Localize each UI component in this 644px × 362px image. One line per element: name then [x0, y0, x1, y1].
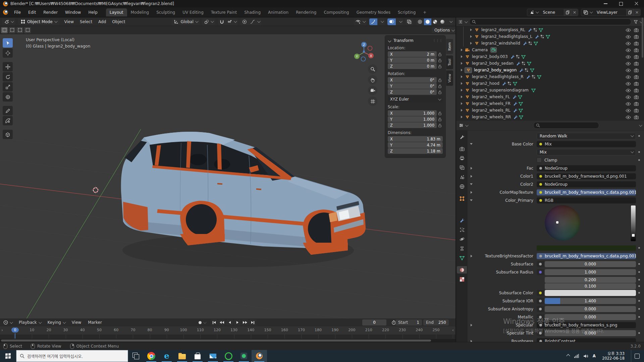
- render-visibility-icon[interactable]: [634, 81, 639, 86]
- outliner-row[interactable]: legran2_wheels_FR: [456, 100, 644, 107]
- eye-icon[interactable]: [626, 81, 631, 86]
- frame-tick-label[interactable]: 130: [229, 328, 239, 332]
- timeline-scrollbar[interactable]: [0, 339, 455, 342]
- menu-item[interactable]: Edit: [24, 9, 40, 16]
- play-button[interactable]: [234, 319, 241, 325]
- animate-dot[interactable]: [638, 316, 640, 318]
- animate-dot[interactable]: [638, 279, 640, 281]
- properties-tab-scene[interactable]: [457, 173, 467, 181]
- node-link-field[interactable]: Bright/Contrast: [537, 338, 636, 342]
- location-x-field[interactable]: X2 m: [388, 51, 437, 57]
- mode-dropdown[interactable]: Object Mode: [18, 18, 59, 25]
- auto-keying-toggle[interactable]: [199, 321, 206, 324]
- render-visibility-icon[interactable]: [634, 115, 639, 119]
- dimensions-y-field[interactable]: Y4.74 m: [388, 142, 443, 148]
- frame-tick-label[interactable]: 190: [330, 328, 340, 332]
- eye-icon[interactable]: [626, 95, 631, 99]
- eye-icon[interactable]: [626, 54, 631, 59]
- tray-expand-icon[interactable]: [566, 354, 570, 358]
- play-reverse-button[interactable]: [226, 319, 233, 325]
- properties-options-icon[interactable]: [639, 123, 642, 127]
- properties-tab-world[interactable]: [457, 183, 467, 190]
- disclosure-arrow-icon[interactable]: [461, 96, 463, 98]
- color-wheel[interactable]: [545, 205, 580, 241]
- show-overlays-toggle[interactable]: [387, 18, 396, 25]
- unlink-scene-button[interactable]: ×: [571, 9, 578, 16]
- workspace-tab[interactable]: Layout: [106, 8, 127, 16]
- properties-search-input[interactable]: [533, 122, 599, 129]
- scale-y-field[interactable]: Y1.000: [388, 116, 437, 122]
- eye-icon[interactable]: [626, 68, 631, 72]
- outliner-row[interactable]: legran2_wheels_FL: [456, 94, 644, 100]
- clamp-checkbox[interactable]: [537, 158, 542, 163]
- outliner-row[interactable]: legran2_hood: [456, 80, 644, 87]
- disclosure-arrow-icon[interactable]: [461, 109, 463, 112]
- eye-icon[interactable]: [626, 48, 631, 52]
- minimize-button[interactable]: [598, 0, 613, 7]
- value-slider-field[interactable]: 0.100: [545, 283, 636, 289]
- prev-keyframe-button[interactable]: [218, 319, 225, 325]
- tool-move[interactable]: [3, 62, 13, 71]
- node-link-field[interactable]: bruckell_m_body_frameworks_c.data.png.00…: [537, 189, 636, 195]
- disclosure-arrow-icon[interactable]: [461, 89, 463, 92]
- timeline-ruler[interactable]: 0102030405060708090100110120130140150160…: [0, 326, 455, 335]
- properties-tab-particles[interactable]: [457, 226, 467, 233]
- animate-dot[interactable]: [638, 271, 640, 273]
- animate-dot[interactable]: [638, 263, 640, 265]
- menu-item[interactable]: Window: [61, 9, 85, 16]
- frame-start-field[interactable]: Start1: [395, 319, 422, 325]
- render-visibility-icon[interactable]: [634, 27, 639, 32]
- perspective-toggle-button[interactable]: [368, 97, 377, 106]
- properties-editor-button[interactable]: [459, 123, 468, 128]
- animate-dot[interactable]: [638, 247, 640, 249]
- shading-wireframe-button[interactable]: [416, 18, 424, 25]
- frame-tick-label[interactable]: 230: [397, 328, 408, 332]
- dropdown-field[interactable]: Random Walk: [537, 133, 636, 139]
- location-y-field[interactable]: Y0 m: [388, 57, 437, 63]
- rotation-z-field[interactable]: Z0°: [388, 89, 437, 95]
- close-button[interactable]: [629, 0, 644, 7]
- properties-tab-tool[interactable]: [457, 133, 467, 141]
- eye-icon[interactable]: [626, 27, 631, 32]
- select-mode-subtract[interactable]: [16, 27, 23, 33]
- camera-view-button[interactable]: [368, 86, 377, 95]
- scene-selector[interactable]: Scene ×: [527, 9, 578, 16]
- eye-icon[interactable]: [626, 34, 631, 39]
- render-visibility-icon[interactable]: [634, 48, 639, 52]
- node-link-field[interactable]: bruckell_m_body_frameworks_d.png.001: [537, 173, 636, 179]
- lock-icon[interactable]: [437, 123, 443, 127]
- workspace-tab[interactable]: Scripting: [394, 8, 419, 16]
- render-visibility-icon[interactable]: [634, 41, 639, 46]
- editor-type-button[interactable]: [2, 18, 15, 25]
- frame-tick-label[interactable]: 100: [178, 328, 189, 332]
- eye-icon[interactable]: [626, 74, 631, 79]
- snap-settings-dropdown[interactable]: [226, 18, 238, 25]
- tool-measure[interactable]: [3, 116, 13, 125]
- proportional-falloff-dropdown[interactable]: [249, 18, 261, 25]
- frame-tick-label[interactable]: 50: [94, 328, 104, 332]
- frame-tick-label[interactable]: 80: [145, 328, 155, 332]
- viewport-menu[interactable]: View: [61, 19, 77, 24]
- frame-tick-label[interactable]: 40: [77, 328, 88, 332]
- rotation-mode-dropdown[interactable]: XYZ Euler: [388, 96, 443, 102]
- properties-tab-output[interactable]: [457, 155, 467, 162]
- disclosure-arrow-icon[interactable]: [470, 42, 472, 45]
- options-dropdown[interactable]: Options: [432, 27, 457, 33]
- lock-icon[interactable]: [437, 58, 443, 62]
- shading-dropdown[interactable]: [446, 18, 453, 25]
- node-link-field[interactable]: NodeGroup: [537, 181, 636, 187]
- node-link-field[interactable]: Mix: [537, 141, 636, 147]
- frame-tick-label[interactable]: 60: [111, 328, 121, 332]
- frame-tick-label[interactable]: 90: [162, 328, 172, 332]
- eye-icon[interactable]: [626, 115, 631, 119]
- show-gizmo-toggle[interactable]: [369, 18, 377, 25]
- taskbar-search-input[interactable]: 검색하려면 여기에 입력하십시오.: [16, 350, 128, 362]
- frame-tick-label[interactable]: 110: [195, 328, 205, 332]
- pivot-dropdown[interactable]: [202, 18, 215, 25]
- taskbar-app-blender[interactable]: [252, 350, 267, 362]
- node-link-field[interactable]: NodeGroup: [537, 165, 636, 171]
- disclosure-arrow-icon[interactable]: [461, 75, 463, 78]
- network-icon[interactable]: [574, 354, 579, 358]
- disclosure-arrow-icon[interactable]: [470, 35, 472, 38]
- sidebar-tab[interactable]: View: [446, 70, 453, 86]
